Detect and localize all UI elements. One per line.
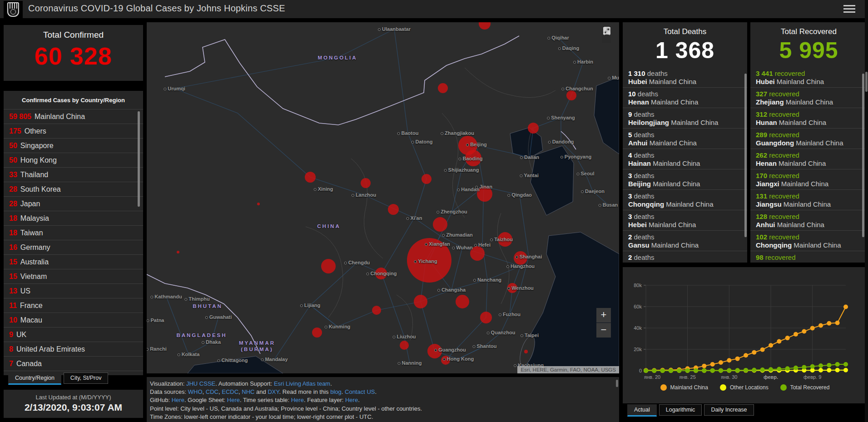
data-point[interactable] bbox=[660, 368, 665, 373]
region-row[interactable]: 312 recoveredHunan Mainland China bbox=[750, 108, 867, 129]
region-row[interactable]: 9 deathsHeilongjiang Mainland China bbox=[623, 108, 747, 129]
case-bubble[interactable] bbox=[438, 83, 448, 93]
data-point[interactable] bbox=[669, 368, 673, 373]
data-point[interactable] bbox=[744, 353, 748, 357]
basemap-icon[interactable] bbox=[602, 26, 612, 36]
footer-link[interactable]: DXY bbox=[268, 388, 279, 395]
region-row[interactable]: 102 recoveredChongqing Mainland China bbox=[750, 231, 867, 251]
region-row[interactable]: 5 deathsAnhui Mainland China bbox=[623, 129, 747, 149]
cases-row[interactable]: 13US bbox=[4, 284, 143, 298]
data-point[interactable] bbox=[794, 366, 798, 370]
footer-link[interactable]: Here bbox=[227, 397, 240, 403]
data-point[interactable] bbox=[843, 368, 848, 372]
page-scrollbar[interactable] bbox=[865, 0, 868, 422]
region-row[interactable]: 4 deathsHainan Mainland China bbox=[623, 149, 747, 169]
zoom-in-button[interactable]: + bbox=[596, 308, 611, 323]
data-point[interactable] bbox=[827, 363, 831, 367]
footer-link[interactable]: blog bbox=[330, 388, 342, 395]
case-bubble[interactable] bbox=[514, 251, 527, 265]
footer-link[interactable]: JHU CSSE bbox=[186, 380, 215, 387]
footer-link[interactable]: CDC bbox=[206, 388, 218, 395]
case-bubble[interactable] bbox=[400, 341, 409, 350]
data-point[interactable] bbox=[702, 364, 706, 368]
footer-link[interactable]: WHO bbox=[188, 388, 203, 395]
chart-tab-daily-increase[interactable]: Daily Increase bbox=[704, 404, 754, 416]
data-point[interactable] bbox=[818, 368, 823, 372]
cases-row[interactable]: 15Vietnam bbox=[4, 269, 143, 284]
data-point[interactable] bbox=[794, 332, 798, 337]
case-bubble[interactable] bbox=[433, 217, 447, 232]
region-row[interactable]: 98 recovered bbox=[750, 251, 867, 263]
case-bubble[interactable] bbox=[456, 295, 469, 308]
footer-link[interactable]: Esri Living Atlas team bbox=[274, 380, 330, 387]
data-point[interactable] bbox=[652, 368, 656, 373]
data-point[interactable] bbox=[810, 364, 815, 369]
tab-city-st-prov[interactable]: City, St/Prov bbox=[64, 372, 109, 384]
region-row[interactable]: 2 deaths bbox=[623, 251, 747, 263]
case-bubble[interactable] bbox=[528, 123, 539, 134]
case-bubble[interactable] bbox=[321, 259, 336, 273]
deaths-scrollbar[interactable] bbox=[744, 74, 747, 237]
data-point[interactable] bbox=[777, 367, 781, 372]
cases-row[interactable]: 175Others bbox=[4, 124, 143, 139]
chart-tab-logarithmic[interactable]: Logarithmic bbox=[659, 404, 702, 416]
data-point[interactable] bbox=[818, 363, 823, 368]
case-bubble[interactable] bbox=[465, 150, 481, 166]
data-point[interactable] bbox=[777, 339, 781, 344]
data-point[interactable] bbox=[835, 362, 840, 367]
region-row[interactable]: 3 deathsChongqing Mainland China bbox=[623, 190, 747, 210]
data-point[interactable] bbox=[769, 367, 773, 372]
region-row[interactable]: 2 deathsGansu Mainland China bbox=[623, 231, 747, 251]
case-bubble[interactable] bbox=[566, 90, 576, 100]
region-row[interactable]: 327 recoveredZhejiang Mainland China bbox=[750, 88, 867, 108]
cases-row[interactable]: 11France bbox=[4, 298, 143, 313]
data-point[interactable] bbox=[719, 368, 723, 373]
data-point[interactable] bbox=[827, 321, 831, 326]
region-row[interactable]: 1 310 deathsHubei Mainland China bbox=[623, 67, 747, 88]
data-point[interactable] bbox=[785, 366, 790, 371]
cases-row[interactable]: 15Australia bbox=[4, 255, 143, 269]
case-bubble[interactable] bbox=[375, 268, 387, 279]
cases-row[interactable]: 59 805Mainland China bbox=[4, 109, 143, 124]
footer-link[interactable]: NHC bbox=[242, 388, 254, 395]
footer-link[interactable]: Here bbox=[291, 397, 304, 403]
case-bubble[interactable] bbox=[407, 238, 451, 283]
data-point[interactable] bbox=[835, 368, 840, 372]
timeline-chart[interactable]: 020k40k60k80kянв. 20янв. 25янв. 30февр.ф… bbox=[623, 270, 867, 384]
case-bubble[interactable] bbox=[507, 283, 517, 293]
region-row[interactable]: 289 recoveredGuangdong Mainland China bbox=[750, 129, 867, 149]
data-point[interactable] bbox=[818, 323, 823, 328]
cases-row[interactable]: 28South Korea bbox=[4, 182, 143, 197]
cases-row[interactable]: 9UK bbox=[4, 328, 143, 342]
data-point[interactable] bbox=[843, 362, 848, 367]
case-bubble[interactable] bbox=[470, 246, 485, 261]
data-point[interactable] bbox=[785, 336, 790, 340]
region-row[interactable]: 10 deathsHenan Mainland China bbox=[623, 88, 747, 108]
case-bubble[interactable] bbox=[441, 356, 450, 365]
region-row[interactable]: 3 441 recoveredHubei Mainland China bbox=[750, 67, 867, 88]
chart-tab-actual[interactable]: Actual bbox=[627, 404, 657, 417]
footer-link[interactable]: Here bbox=[172, 397, 184, 403]
data-point[interactable] bbox=[644, 368, 648, 373]
case-bubble[interactable] bbox=[372, 306, 381, 315]
cases-row[interactable]: 50Singapore bbox=[4, 139, 143, 153]
data-point[interactable] bbox=[752, 350, 756, 355]
data-point[interactable] bbox=[827, 368, 831, 372]
data-point[interactable] bbox=[810, 326, 815, 330]
world-map[interactable]: UlaanbaatarMONGOLIAQiqiharDaqingHarbinMu… bbox=[147, 22, 619, 373]
data-point[interactable] bbox=[685, 368, 690, 373]
zoom-out-button[interactable]: − bbox=[596, 323, 611, 338]
cases-row[interactable]: 33Thailand bbox=[4, 168, 143, 182]
region-row[interactable]: 3 deathsHebei Mainland China bbox=[623, 210, 747, 231]
footer-link[interactable]: Here bbox=[345, 397, 358, 403]
region-row[interactable]: 128 recoveredAnhui Mainland China bbox=[750, 210, 867, 231]
cases-row[interactable]: 16Germany bbox=[4, 240, 143, 255]
cases-scrollbar[interactable] bbox=[138, 111, 140, 207]
data-point[interactable] bbox=[760, 367, 765, 372]
tab-country-region[interactable]: Country/Region bbox=[8, 372, 61, 385]
data-point[interactable] bbox=[710, 368, 715, 373]
cases-row[interactable]: 10Macau bbox=[4, 313, 143, 328]
data-point[interactable] bbox=[710, 362, 715, 367]
data-point[interactable] bbox=[760, 348, 765, 352]
cases-row[interactable]: 18Taiwan bbox=[4, 226, 143, 240]
